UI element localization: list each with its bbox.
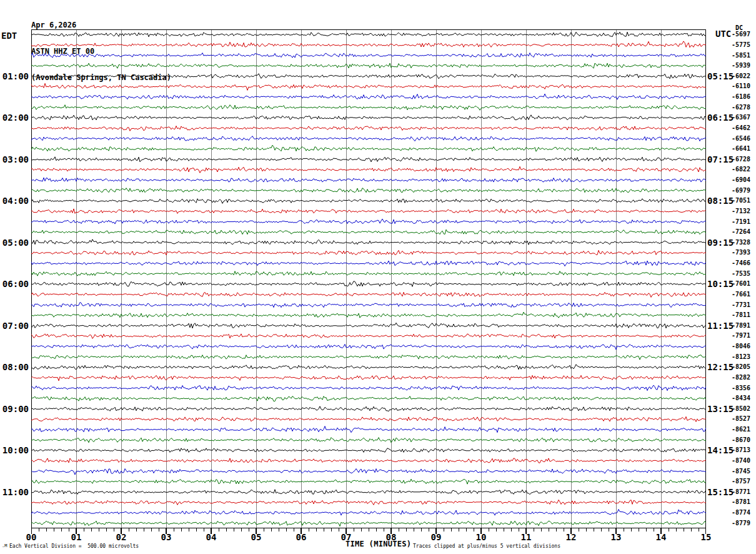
dc-offset-value: -8621 (732, 426, 750, 433)
x-tick-label: 00 (21, 532, 41, 542)
seismogram-trace-row (31, 438, 706, 443)
x-tick-label: 15 (696, 532, 716, 542)
seismogram-trace-row (31, 334, 706, 339)
dc-offset-value: -7328 (732, 239, 750, 246)
dc-offset-value: -6278 (732, 104, 750, 111)
dc-offset-value: -8779 (732, 520, 750, 527)
seismogram-trace-row (31, 94, 706, 99)
dc-offset-value: -7891 (732, 322, 750, 330)
seismogram-trace-row (31, 271, 706, 276)
seismogram-trace-row (31, 292, 706, 297)
x-tick-label: 14 (651, 532, 671, 542)
seismogram-trace-row (31, 426, 706, 433)
edt-hour-label: 02:00 (0, 112, 29, 123)
dc-offset-value: -8434 (732, 395, 750, 402)
seismogram-trace-row (31, 303, 706, 308)
edt-hour-label: 10:00 (0, 445, 29, 456)
helicorder-plot (31, 29, 706, 537)
edt-hour-label: 06:00 (0, 278, 29, 290)
seismogram-trace-row (31, 416, 706, 421)
seismogram-trace-row (31, 406, 706, 411)
dc-offset-value: -6728 (732, 156, 750, 163)
edt-header: EDT (1, 31, 17, 41)
seismogram-trace-row (31, 469, 706, 475)
edt-hour-label: 01:00 (0, 71, 29, 82)
corner-mark: .M (2, 543, 7, 548)
x-tick-label: 02 (111, 532, 131, 542)
dc-offset-value: -7601 (732, 280, 750, 288)
seismogram-trace-row (31, 209, 706, 214)
dc-offset-value: -8282 (732, 374, 750, 381)
seismogram-trace-row (31, 115, 706, 120)
edt-hour-label: 03:00 (0, 154, 29, 165)
utc-hour-label: 12:15 (707, 361, 734, 373)
seismogram-trace-row (31, 490, 706, 495)
seismogram-traces (31, 29, 706, 537)
seismogram-trace-row (31, 157, 706, 162)
dc-offset-value: -8527 (732, 415, 750, 423)
dc-offset-value: -7466 (732, 259, 750, 267)
dc-offset-value: -8774 (732, 509, 750, 516)
edt-hour-label: 05:00 (0, 237, 29, 248)
seismogram-trace-row (31, 83, 706, 90)
dc-offset-value: -5697 (732, 31, 750, 38)
dc-offset-value: -8771 (732, 488, 750, 496)
seismogram-trace-row (31, 41, 706, 48)
edt-hour-label: 11:00 (0, 486, 29, 498)
seismogram-trace-row (31, 188, 706, 193)
dc-offset-value: -8356 (732, 385, 750, 392)
dc-offset-value: -6186 (732, 93, 750, 101)
x-tick-label: 11 (516, 532, 536, 542)
seismogram-trace-row (31, 375, 706, 381)
dc-offset-value: -8745 (732, 468, 750, 475)
dc-offset-value: -7051 (732, 197, 750, 204)
utc-hour-label: 05:15 (707, 71, 734, 82)
dc-offset-value: -8781 (732, 498, 750, 506)
dc-offset-value: -8740 (732, 457, 750, 465)
utc-hour-label: 06:15 (707, 112, 734, 123)
dc-offset-value: -6822 (732, 166, 750, 173)
scale-note: Each Vertical Division = 500.00 microvol… (9, 543, 139, 549)
x-tick-label: 12 (561, 532, 581, 542)
dc-offset-value: -6022 (732, 73, 750, 80)
seismogram-trace-row (31, 448, 706, 453)
seismogram-trace-row (31, 281, 706, 287)
seismogram-trace-row (31, 229, 706, 234)
dc-offset-value: -7661 (732, 291, 750, 298)
x-tick-label: 13 (606, 532, 626, 542)
x-tick-label: 06 (291, 532, 311, 542)
dc-offset-value: -7811 (732, 311, 750, 319)
seismogram-trace-row (31, 219, 706, 224)
dc-offset-value: -7393 (732, 249, 750, 256)
seismogram-trace-row (31, 239, 706, 245)
seismogram-trace-row (31, 500, 706, 505)
utc-hour-label: 08:15 (707, 195, 734, 206)
seismogram-trace-row (31, 199, 706, 204)
dc-offset-value: -8713 (732, 446, 750, 454)
x-tick-label: 01 (66, 532, 86, 542)
seismogram-trace-row (31, 396, 706, 401)
seismogram-trace-row (31, 458, 706, 463)
utc-hour-label: 10:15 (707, 278, 734, 290)
dc-offset-value: -6462 (732, 124, 750, 132)
seismogram-trace-row (31, 345, 706, 350)
seismogram-trace-row (31, 479, 706, 484)
seismogram-trace-row (31, 365, 706, 370)
dc-offset-value: -8205 (732, 363, 750, 371)
seismogram-trace-row (31, 261, 706, 266)
dc-offset-value: -6367 (732, 114, 750, 121)
seismogram-trace-row (31, 510, 706, 516)
dc-offset-value: -8123 (732, 353, 750, 361)
utc-header: UTC (715, 29, 731, 39)
dc-offset-value: -7132 (732, 208, 750, 215)
utc-hour-label: 09:15 (707, 237, 734, 248)
clip-note: Traces clipped at plus/minus 5 vertical … (413, 543, 560, 549)
x-tick-label: 10 (471, 532, 491, 542)
x-tick-label: 05 (246, 532, 266, 542)
edt-hour-label: 08:00 (0, 361, 29, 373)
dc-offset-value: -7971 (732, 332, 750, 340)
dc-offset-value: -6110 (732, 83, 750, 90)
edt-hour-label: 07:00 (0, 320, 29, 331)
x-axis-title: TIME (MINUTES) (346, 540, 411, 548)
utc-hour-label: 11:15 (707, 320, 734, 331)
